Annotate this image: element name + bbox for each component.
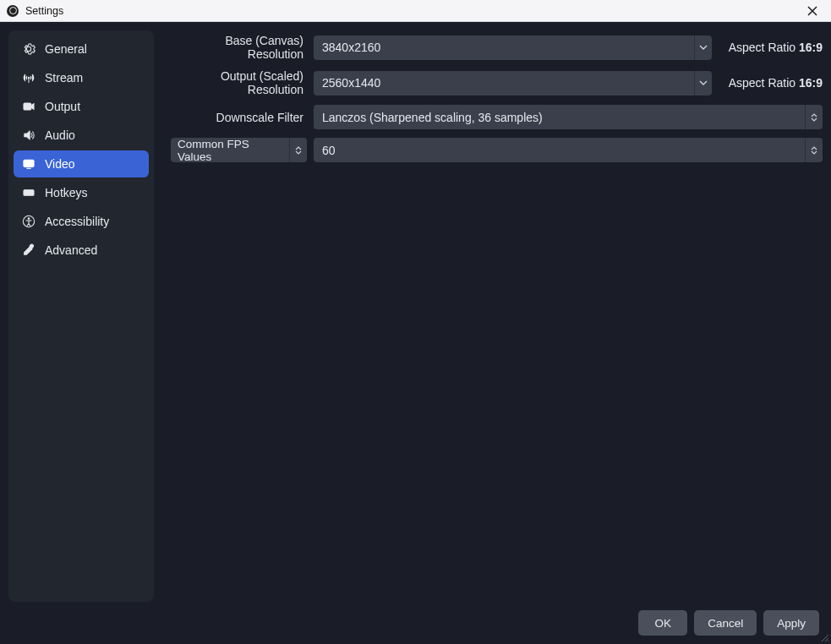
sidebar-item-output[interactable]: Output <box>14 93 149 120</box>
sidebar-item-advanced[interactable]: Advanced <box>14 237 149 264</box>
svg-line-18 <box>828 641 828 641</box>
aspect-value: 16:9 <box>799 76 823 90</box>
window-title: Settings <box>25 5 63 17</box>
resize-grip[interactable] <box>819 632 829 642</box>
svg-rect-5 <box>24 160 34 166</box>
svg-line-16 <box>822 635 828 641</box>
fps-value-combo[interactable]: 60 <box>314 138 805 162</box>
sidebar-item-label: Hotkeys <box>45 186 88 199</box>
sidebar-item-general[interactable]: General <box>14 35 149 63</box>
sidebar-item-label: Stream <box>45 71 83 85</box>
output-icon <box>22 100 36 113</box>
output-res-aspect: Aspect Ratio 16:9 <box>729 76 823 90</box>
chevron-down-icon <box>811 150 817 155</box>
tools-icon <box>22 243 36 257</box>
dialog-footer: OK Cancel Apply <box>0 602 831 644</box>
svg-point-15 <box>28 218 30 220</box>
gear-icon <box>22 42 36 56</box>
sidebar-item-label: Accessibility <box>45 215 109 228</box>
svg-rect-4 <box>24 103 31 110</box>
titlebar: Settings <box>0 0 831 22</box>
audio-icon <box>22 128 36 142</box>
aspect-label: Aspect Ratio <box>729 41 795 54</box>
fps-type-combo[interactable]: Common FPS Values <box>171 138 289 162</box>
app-icon <box>7 5 19 17</box>
settings-content: Base (Canvas) Resolution 3840x2160 Aspec… <box>167 30 823 602</box>
chevron-down-icon <box>295 150 302 155</box>
sidebar-item-label: General <box>45 42 87 56</box>
sidebar-item-stream[interactable]: Stream <box>14 64 149 91</box>
sidebar-item-hotkeys[interactable]: Hotkeys <box>14 179 149 206</box>
ok-button[interactable]: OK <box>638 610 687 636</box>
output-res-dropdown-button[interactable] <box>694 71 712 96</box>
chevron-down-icon <box>699 79 708 87</box>
svg-rect-7 <box>24 190 34 196</box>
monitor-icon <box>22 157 36 171</box>
cancel-button[interactable]: Cancel <box>694 610 757 636</box>
close-icon <box>807 6 817 16</box>
base-res-dropdown-button[interactable] <box>694 35 712 60</box>
chevron-down-icon <box>699 43 708 52</box>
antenna-icon <box>22 71 36 85</box>
fps-value-spin-button[interactable] <box>805 138 823 162</box>
sidebar-item-audio[interactable]: Audio <box>14 122 149 149</box>
sidebar-item-label: Advanced <box>45 243 97 257</box>
apply-button[interactable]: Apply <box>763 610 819 636</box>
aspect-value: 16:9 <box>799 41 823 54</box>
fps-type-spin-button[interactable] <box>289 138 307 162</box>
downscale-spin-button[interactable] <box>805 105 823 129</box>
chevron-down-icon <box>811 117 817 122</box>
aspect-label: Aspect Ratio <box>729 76 795 90</box>
accessibility-icon <box>22 215 36 228</box>
sidebar-item-label: Output <box>45 100 80 113</box>
downscale-combo[interactable]: Lanczos (Sharpened scaling, 36 samples) <box>314 105 805 129</box>
sidebar-item-accessibility[interactable]: Accessibility <box>14 208 149 235</box>
settings-sidebar: General Stream Output Audio Video Hotkey… <box>8 30 154 602</box>
output-res-combo[interactable]: 2560x1440 <box>314 71 694 96</box>
close-button[interactable] <box>801 2 824 20</box>
sidebar-item-label: Video <box>45 157 75 171</box>
downscale-label: Downscale Filter <box>167 111 307 124</box>
svg-point-2 <box>28 77 30 79</box>
keyboard-icon <box>22 186 36 199</box>
base-res-aspect: Aspect Ratio 16:9 <box>729 41 823 54</box>
sidebar-item-video[interactable]: Video <box>14 150 149 177</box>
base-res-combo[interactable]: 3840x2160 <box>314 35 694 60</box>
base-res-label: Base (Canvas) Resolution <box>167 34 307 61</box>
sidebar-item-label: Audio <box>45 128 75 142</box>
output-res-label: Output (Scaled) Resolution <box>167 69 307 96</box>
